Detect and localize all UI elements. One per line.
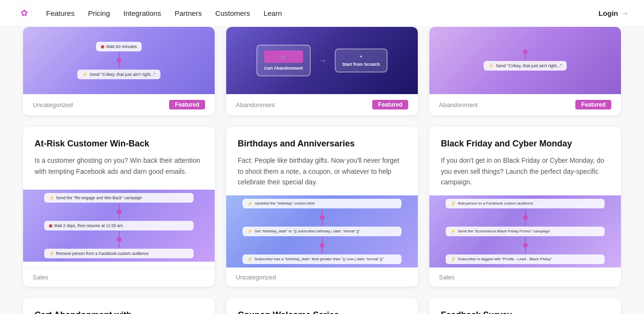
logo[interactable]: ✿: [15, 5, 33, 22]
top-card-3-badge: Featured: [575, 100, 611, 109]
top-card-3-footer: Abandonment Featured: [429, 94, 621, 115]
nav-customers[interactable]: Customers: [215, 9, 250, 17]
top-card-2-image: 🛒 Cart Abandonment → ✦ Start from Scratc…: [226, 27, 418, 94]
top-card-row: Wait 60 minutes ⚡ Send "Crikey, that jus…: [23, 27, 621, 115]
card-birthday-category: Uncategorized: [236, 274, 276, 281]
top-card-2-category: Abandonment: [236, 101, 275, 109]
card-win-back-desc: Is a customer ghosting on you? Win back …: [35, 155, 203, 177]
card-blackfriday-category: Sales: [439, 274, 455, 281]
bottom-card-1-title: Cart Abandonment with...: [35, 310, 203, 314]
card-blackfriday-footer: Sales: [429, 267, 621, 287]
top-card-1-category: Uncategorized: [33, 101, 73, 109]
card-birthday[interactable]: Birthdays and Anniversaries Fact: People…: [226, 127, 418, 287]
top-card-1-badge: Featured: [169, 100, 205, 109]
card-blackfriday[interactable]: Black Friday and Cyber Monday If you don…: [429, 127, 621, 287]
top-card-1-footer: Uncategorized Featured: [23, 94, 215, 115]
bottom-card-2[interactable]: Coupon Welcome Series: [226, 298, 418, 314]
top-card-2-badge: Featured: [372, 100, 408, 109]
login-button[interactable]: Login →: [598, 9, 629, 18]
card-win-back-text: At-Risk Customer Win-Back Is a customer …: [23, 127, 215, 184]
card-birthday-desc: Fact: People like birthday gifts. Now yo…: [238, 155, 406, 187]
bottom-card-3[interactable]: Feedback Survey: [429, 298, 621, 314]
top-card-3[interactable]: ⚡ Send "Crikey, that just ain't right...…: [429, 27, 621, 115]
top-card-1-image: Wait 60 minutes ⚡ Send "Crikey, that jus…: [23, 27, 215, 94]
top-card-2-footer: Abandonment Featured: [226, 94, 418, 115]
card-birthday-footer: Uncategorized: [226, 267, 418, 287]
card-win-back-category: Sales: [33, 274, 49, 281]
card-blackfriday-text: Black Friday and Cyber Monday If you don…: [429, 127, 621, 195]
top-card-3-image: ⚡ Send "Crikey, that just ain't right...…: [429, 27, 621, 94]
card-grid: At-Risk Customer Win-Back Is a customer …: [23, 127, 621, 287]
top-card-2[interactable]: 🛒 Cart Abandonment → ✦ Start from Scratc…: [226, 27, 418, 115]
main-content: Wait 60 minutes ⚡ Send "Crikey, that jus…: [0, 27, 644, 314]
card-blackfriday-desc: If you don't get in on Black Friday or C…: [441, 155, 609, 187]
card-birthday-text: Birthdays and Anniversaries Fact: People…: [226, 127, 418, 195]
nav-pricing[interactable]: Pricing: [88, 9, 110, 17]
card-win-back-image: ⚡ Send the "Re-engage and Win-Back" camp…: [23, 184, 215, 267]
card-blackfriday-image: ⚡ Add person to a Facebook custom audien…: [429, 195, 621, 267]
bottom-card-1[interactable]: Cart Abandonment with...: [23, 298, 215, 314]
card-win-back-title: At-Risk Customer Win-Back: [35, 138, 203, 149]
top-card-3-category: Abandonment: [439, 101, 478, 109]
top-card-1[interactable]: Wait 60 minutes ⚡ Send "Crikey, that jus…: [23, 27, 215, 115]
svg-text:✿: ✿: [21, 8, 28, 18]
bottom-card-row: Cart Abandonment with... Coupon Welcome …: [23, 298, 621, 314]
card-blackfriday-title: Black Friday and Cyber Monday: [441, 138, 609, 149]
bottom-card-2-title: Coupon Welcome Series: [238, 310, 406, 314]
card-win-back-footer: Sales: [23, 267, 215, 287]
card-birthday-title: Birthdays and Anniversaries: [238, 138, 406, 149]
card-win-back[interactable]: At-Risk Customer Win-Back Is a customer …: [23, 127, 215, 287]
nav-partners[interactable]: Partners: [174, 9, 202, 17]
nav-integrations[interactable]: Integrations: [123, 9, 161, 17]
nav-links: Features Pricing Integrations Partners C…: [46, 9, 598, 17]
arrow-icon: →: [621, 9, 629, 18]
nav-learn[interactable]: Learn: [264, 9, 282, 17]
card-birthday-image: ⚡ Updated the "birthday" custom field ⚡ …: [226, 195, 418, 267]
bottom-card-3-title: Feedback Survey: [441, 310, 609, 314]
nav-features[interactable]: Features: [46, 9, 74, 17]
navbar: ✿ Features Pricing Integrations Partners…: [0, 0, 644, 27]
